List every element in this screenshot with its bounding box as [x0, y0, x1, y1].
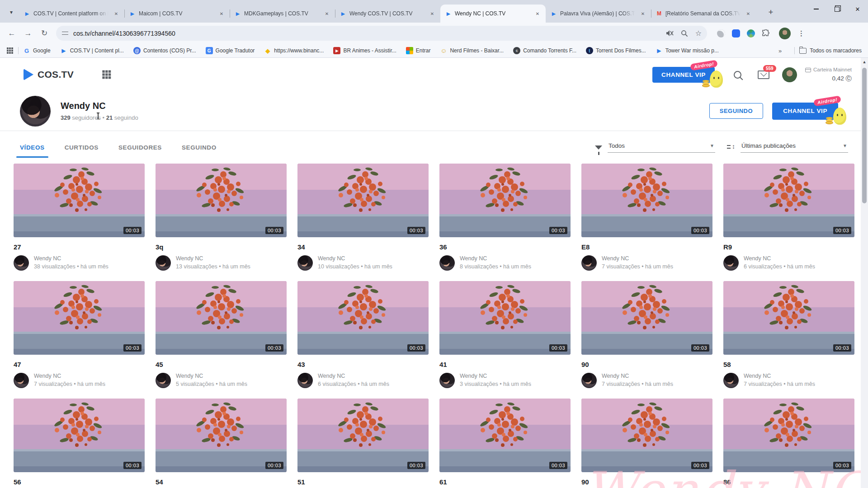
- tab-close-icon[interactable]: [534, 10, 541, 17]
- video-thumbnail[interactable]: 00:03: [297, 281, 429, 355]
- extension-icon-globe[interactable]: [747, 29, 755, 38]
- bookmark-item[interactable]: Torrent Dos Filmes...: [586, 47, 646, 54]
- video-card[interactable]: 00:03 56: [14, 399, 145, 488]
- video-channel-avatar[interactable]: [723, 373, 739, 388]
- video-card[interactable]: 00:03 34 Wendy NC 10 visualizações • há …: [297, 164, 429, 271]
- channel-vip-button-header[interactable]: CHANNEL VIP Airdrop!: [652, 67, 715, 83]
- browser-tab[interactable]: Maicom | COS.TV: [124, 5, 230, 23]
- site-info-icon[interactable]: [61, 30, 69, 37]
- tab-close-icon[interactable]: [639, 10, 646, 17]
- bookmarks-overflow-icon[interactable]: [778, 47, 782, 54]
- tab-close-icon[interactable]: [113, 10, 120, 17]
- video-channel-name[interactable]: Wendy NC: [318, 373, 389, 379]
- video-title[interactable]: 34: [297, 243, 429, 251]
- video-title[interactable]: 51: [297, 478, 429, 486]
- tab-close-icon[interactable]: [323, 10, 330, 17]
- video-channel-name[interactable]: Wendy NC: [744, 255, 815, 262]
- scrollbar-thumb[interactable]: [862, 68, 867, 203]
- video-channel-avatar[interactable]: [439, 373, 455, 388]
- apps-grid-icon[interactable]: [6, 47, 14, 54]
- browser-profile-avatar[interactable]: [779, 28, 791, 39]
- search-icon[interactable]: [734, 71, 741, 79]
- wallet-widget[interactable]: Carteira Mainnet 0,42 Ⓒ: [805, 66, 852, 83]
- sort-select[interactable]: Últimas publicações: [741, 142, 848, 153]
- all-bookmarks-button[interactable]: Todos os marcadores: [799, 47, 862, 54]
- video-channel-avatar[interactable]: [723, 255, 739, 271]
- channel-avatar[interactable]: [20, 96, 51, 127]
- video-channel-avatar[interactable]: [581, 373, 597, 388]
- video-channel-name[interactable]: Wendy NC: [318, 255, 392, 262]
- video-channel-avatar[interactable]: [14, 373, 29, 388]
- tab-close-icon[interactable]: [218, 10, 225, 17]
- video-card[interactable]: 00:03 58 Wendy NC 7 visualizações • há u…: [723, 281, 854, 388]
- minimize-button[interactable]: [806, 0, 826, 18]
- video-card[interactable]: 00:03 51: [297, 399, 429, 488]
- address-bar[interactable]: cos.tv/channel/41306396771394560: [56, 26, 707, 41]
- video-thumbnail[interactable]: 00:03: [156, 164, 287, 237]
- video-card[interactable]: 00:03 E8 Wendy NC 7 visualizações • há u…: [581, 164, 712, 271]
- video-thumbnail[interactable]: 00:03: [581, 164, 712, 237]
- channel-tab[interactable]: SEGUINDO: [182, 144, 217, 151]
- close-button[interactable]: [847, 0, 868, 18]
- scroll-up-icon[interactable]: [861, 60, 868, 64]
- bookmark-item[interactable]: Google: [23, 47, 51, 54]
- user-avatar[interactable]: [782, 67, 797, 82]
- bookmark-item[interactable]: Entrar: [406, 47, 431, 54]
- video-card[interactable]: 00:03 41 Wendy NC 3 visualizações • há u…: [439, 281, 571, 388]
- video-channel-name[interactable]: Wendy NC: [460, 255, 531, 262]
- bookmark-item[interactable]: https://www.binanc...: [264, 47, 324, 54]
- bookmark-item[interactable]: Google Tradutor: [206, 47, 255, 54]
- bookmark-item[interactable]: BR Animes - Assistir...: [333, 47, 396, 54]
- video-thumbnail[interactable]: 00:03: [439, 281, 571, 355]
- browser-tab[interactable]: [Relatório Semanal da COS.TV]: [651, 5, 756, 23]
- video-title[interactable]: 43: [297, 361, 429, 369]
- video-card[interactable]: 00:03 3q Wendy NC 13 visualizações • há …: [156, 164, 287, 271]
- bookmark-item[interactable]: Tower War missão p...: [656, 47, 719, 54]
- browser-tab[interactable]: MDKGameplays | COS.TV: [230, 5, 335, 23]
- video-thumbnail[interactable]: 00:03: [156, 281, 287, 355]
- video-title[interactable]: 58: [723, 361, 854, 369]
- reload-icon[interactable]: [37, 26, 52, 41]
- zoom-icon[interactable]: [681, 30, 688, 37]
- video-title[interactable]: R9: [723, 243, 854, 251]
- video-card[interactable]: 00:03 R9 Wendy NC 6 visualizações • há u…: [723, 164, 854, 271]
- video-channel-name[interactable]: Wendy NC: [34, 255, 108, 262]
- video-channel-name[interactable]: Wendy NC: [602, 373, 673, 379]
- video-channel-avatar[interactable]: [156, 373, 171, 388]
- video-channel-name[interactable]: Wendy NC: [460, 373, 531, 379]
- video-channel-avatar[interactable]: [297, 255, 313, 271]
- bookmark-item[interactable]: Contentos (COS) Pr...: [133, 47, 196, 54]
- following-button[interactable]: SEGUINDO: [709, 103, 763, 119]
- video-card[interactable]: 00:03 90 Wendy NC 7 visualizações • há u…: [581, 281, 712, 388]
- video-card[interactable]: 00:03 45 Wendy NC 5 visualizações • há u…: [156, 281, 287, 388]
- video-title[interactable]: 90: [581, 361, 712, 369]
- url-text[interactable]: cos.tv/channel/41306396771394560: [73, 30, 175, 37]
- video-title[interactable]: 45: [156, 361, 287, 369]
- extension-icon-gray[interactable]: [717, 29, 725, 38]
- channel-tab[interactable]: SEGUIDORES: [118, 144, 162, 151]
- mute-icon[interactable]: [666, 30, 674, 37]
- video-channel-avatar[interactable]: [14, 255, 29, 271]
- video-channel-avatar[interactable]: [439, 255, 455, 271]
- video-channel-name[interactable]: Wendy NC: [744, 373, 815, 379]
- video-thumbnail[interactable]: 00:03: [14, 281, 145, 355]
- video-card[interactable]: 00:03 61: [439, 399, 571, 488]
- tab-close-icon[interactable]: [745, 10, 752, 17]
- video-thumbnail[interactable]: 00:03: [723, 281, 854, 355]
- tab-search-icon[interactable]: [5, 6, 17, 18]
- video-channel-avatar[interactable]: [297, 373, 313, 388]
- video-channel-name[interactable]: Wendy NC: [34, 373, 105, 379]
- video-title[interactable]: 3q: [156, 243, 287, 251]
- new-tab-button[interactable]: [765, 6, 777, 18]
- video-thumbnail[interactable]: 00:03: [156, 399, 287, 472]
- video-card[interactable]: 00:03 54: [156, 399, 287, 488]
- forward-icon[interactable]: [21, 26, 35, 41]
- back-icon[interactable]: [5, 26, 19, 41]
- channel-tab[interactable]: VÍDEOS: [20, 144, 45, 151]
- video-title[interactable]: 61: [439, 478, 571, 486]
- video-channel-name[interactable]: Wendy NC: [176, 255, 250, 262]
- extension-icon-blue[interactable]: [732, 29, 740, 38]
- bookmark-star-icon[interactable]: [695, 29, 702, 38]
- browser-tab[interactable]: COS.TV | Content platform on b: [19, 5, 124, 23]
- video-card[interactable]: 00:03 36 Wendy NC 8 visualizações • há u…: [439, 164, 571, 271]
